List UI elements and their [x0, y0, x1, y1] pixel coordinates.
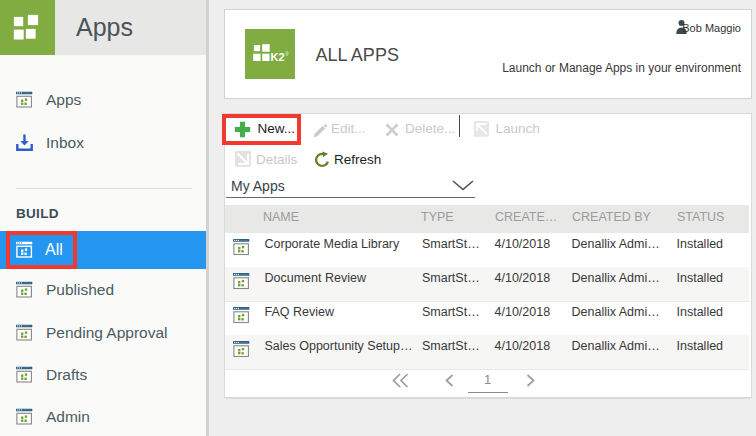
svg-text:®: ®: [285, 51, 289, 57]
svg-text:K2: K2: [271, 51, 285, 63]
